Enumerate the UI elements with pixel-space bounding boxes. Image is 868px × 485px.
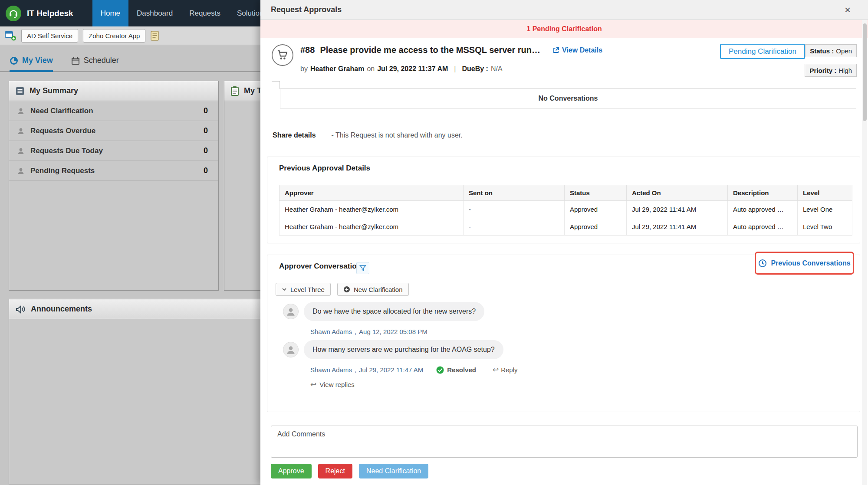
doughnut-chart-icon [10,56,18,65]
created-timestamp: Jul 29, 2022 11:37 AM [377,65,448,73]
reply-arrow-icon: ↩ [493,365,499,374]
add-comments-input[interactable] [271,426,858,458]
share-details-line: Share details - This Request is not shar… [273,131,463,139]
nav-item-home[interactable]: Home [92,0,128,26]
approver-conversations-title: Approver Conversations [279,262,365,271]
cell-approver: Heather Graham - heather@zylker.com [279,218,464,236]
request-type-avatar [272,44,293,66]
summary-list-icon [15,86,25,96]
summary-row-count: 0 [204,166,208,175]
reject-button[interactable]: Reject [318,464,352,478]
tab-scheduler[interactable]: Scheduler [71,56,119,71]
ad-self-service-icon[interactable] [5,30,16,41]
summary-row-label: Requests Due Today [30,147,103,155]
person-icon [286,344,296,355]
cell-acted-on: Jul 29, 2022 11:41 AM [627,201,728,218]
byline-separator: | [454,65,456,73]
summary-row-pending-requests[interactable]: Pending Requests 0 [9,161,218,181]
calendar-icon [71,56,80,65]
cell-level: Level Two [798,218,852,236]
tab-my-view[interactable]: My View [10,56,53,72]
share-details-text: - This Request is not shared with any us… [332,131,463,139]
cell-description: Auto approved … [728,218,798,236]
chevron-down-icon [282,287,287,292]
meta-separator: , [355,366,356,374]
avatar [283,304,299,319]
brand-title: IT Helpdesk [27,9,73,18]
panel-title: Request Approvals [271,5,342,14]
my-summary-title: My Summary [30,86,78,95]
view-replies-label: View replies [319,381,355,388]
previous-approval-details-section: Previous Approval Details Approver Sent … [267,157,860,243]
approve-button[interactable]: Approve [271,464,312,478]
summary-row-label: Pending Requests [30,167,95,175]
conversation-meta: Shawn Adams , Jul 29, 2022 11:47 AM Reso… [310,365,518,374]
check-circle-icon [436,366,444,374]
request-subject: Please provide me access to the MSSQL se… [320,45,540,55]
plus-circle-icon [343,286,350,293]
clipboard-icon [230,86,239,96]
conversation-message: Do we have the space allocated for the n… [304,302,484,321]
nav-item-dashboard[interactable]: Dashboard [128,0,181,26]
tab-my-view-label: My View [22,56,53,65]
approval-stage-badge: Pending Clarification [720,44,805,59]
summary-row-count: 0 [204,126,208,135]
previous-conversations-highlight: Previous Conversations [755,252,854,275]
summary-row-label: Requests Overdue [30,127,95,135]
column-approver: Approver [279,185,464,201]
filter-button[interactable] [356,262,369,274]
tab-scheduler-label: Scheduler [84,56,119,65]
table-header-row: Approver Sent on Status Acted On Descrip… [279,185,852,201]
level-filter-label: Level Three [290,286,325,293]
avatar [283,342,299,357]
view-details-link[interactable]: View Details [552,46,602,54]
summary-row-need-clarification[interactable]: Need Clarification 0 [9,101,218,121]
by-label: by [300,65,308,73]
nav-item-requests[interactable]: Requests [181,0,229,26]
meta-separator: , [355,328,356,335]
share-details-label: Share details [273,131,316,139]
ad-self-service-button[interactable]: AD Self Service [21,29,78,43]
reply-button[interactable]: ↩ Reply [493,365,518,374]
status-badge: Status : Open [805,44,857,57]
scrollbar-thumb[interactable] [863,23,867,121]
level-filter-dropdown[interactable]: Level Three [276,283,331,296]
funnel-icon [359,265,366,272]
cell-status: Approved [565,201,627,218]
reply-arrow-icon: ↩ [310,380,316,389]
status-label: Status : [810,47,834,55]
dueby-label: DueBy : [462,65,488,73]
previous-approval-details-title: Previous Approval Details [279,164,370,173]
close-icon[interactable]: × [845,5,851,15]
request-byline: by Heather Graham on Jul 29, 2022 11:37 … [300,65,503,73]
conversation-message: How many servers are we purchasing for t… [304,340,503,359]
main-navigation: Home Dashboard Requests Solutions [92,0,276,26]
previous-conversations-link[interactable]: Previous Conversations [771,259,850,267]
panel-scrollbar[interactable] [862,20,867,485]
priority-label: Priority : [809,67,836,74]
pending-requests-icon [17,167,25,175]
new-clarification-label: New Clarification [354,286,403,293]
shopping-cart-icon [276,49,289,61]
zoho-creator-app-button[interactable]: Zoho Creator App [83,29,145,43]
message-timestamp: Jul 29, 2022 11:47 AM [359,366,423,374]
conversation-meta: Shawn Adams , Aug 12, 2022 05:08 PM [310,328,427,335]
column-level: Level [798,185,852,201]
my-summary-header: My Summary [9,81,218,101]
priority-badge: Priority : High [805,64,857,77]
new-clarification-button[interactable]: New Clarification [337,283,409,296]
column-acted-on: Acted On [627,185,728,201]
summary-row-requests-due-today[interactable]: Requests Due Today 0 [9,141,218,161]
view-details-label: View Details [562,46,602,54]
need-clarification-button[interactable]: Need Clarification [359,464,428,478]
panel-header: Request Approvals × [260,0,868,20]
summary-row-requests-overdue[interactable]: Requests Overdue 0 [9,121,218,141]
note-icon[interactable] [150,30,160,41]
previous-approvals-table: Approver Sent on Status Acted On Descrip… [279,185,852,236]
status-value: Open [836,47,852,55]
priority-value: High [838,67,852,74]
view-replies-link[interactable]: ↩ View replies [310,380,355,389]
cell-approver: Heather Graham - heather@zylker.com [279,201,464,218]
requester-name: Heather Graham [310,65,365,73]
external-link-icon [552,47,559,54]
